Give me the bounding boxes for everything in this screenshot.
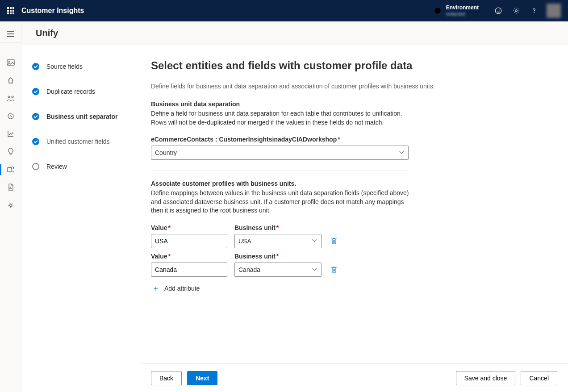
app-launcher-icon[interactable] xyxy=(4,4,18,18)
save-and-close-button[interactable]: Save and close xyxy=(456,371,516,385)
svg-point-4 xyxy=(497,10,497,10)
step-label: Duplicate records xyxy=(46,88,95,95)
svg-point-7 xyxy=(534,13,534,13)
step-source-fields[interactable]: Source fields xyxy=(32,63,129,88)
step-label: Review xyxy=(46,163,67,170)
feedback-icon[interactable] xyxy=(489,0,507,21)
check-icon xyxy=(32,113,39,120)
form-description: Define fields for business unit data sep… xyxy=(151,83,464,90)
nav-home-icon[interactable] xyxy=(0,71,21,89)
divider xyxy=(151,171,409,171)
entity-field-select[interactable]: Country xyxy=(151,146,409,160)
check-icon xyxy=(32,138,39,145)
check-icon xyxy=(32,88,39,95)
svg-point-6 xyxy=(515,10,518,12)
footer-bar: Back Next Save and close Cancel xyxy=(140,363,568,392)
svg-point-5 xyxy=(499,10,500,10)
nav-rail xyxy=(0,21,21,392)
step-label: Source fields xyxy=(46,63,83,70)
environment-picker[interactable]: Environment redacted xyxy=(434,4,479,17)
entity-field-label: eCommerceContacts : CustomerInsightsinad… xyxy=(151,136,550,143)
top-bar: Customer Insights Environment redacted xyxy=(0,0,568,21)
add-attribute-button[interactable]: ＋ Add attribute xyxy=(151,281,550,296)
nav-intelligence-icon[interactable] xyxy=(0,143,21,161)
value-input-2[interactable] xyxy=(151,263,227,277)
bu-select-1[interactable]: USA xyxy=(234,234,322,248)
next-button[interactable]: Next xyxy=(187,371,217,385)
nav-admin-icon[interactable] xyxy=(0,196,21,214)
help-icon[interactable] xyxy=(525,0,543,21)
svg-point-13 xyxy=(8,96,10,98)
page-title: Unify xyxy=(36,28,58,38)
nav-item-1[interactable] xyxy=(0,54,21,71)
chevron-down-icon xyxy=(312,238,317,244)
chevron-down-icon xyxy=(399,150,405,155)
step-duplicate-records[interactable]: Duplicate records xyxy=(32,88,129,113)
section1-title: Business unit data separation xyxy=(151,100,550,108)
section1-text: Define a field for business unit data se… xyxy=(151,109,410,127)
nav-customers-icon[interactable] xyxy=(0,89,21,107)
select-value: USA xyxy=(238,238,251,245)
select-value: Canada xyxy=(238,266,260,273)
nav-data-icon[interactable] xyxy=(0,161,21,179)
back-button[interactable]: Back xyxy=(151,371,182,385)
bu-select-2[interactable]: Canada xyxy=(234,263,322,277)
page-header: Unify xyxy=(21,21,568,45)
circle-icon xyxy=(32,163,39,170)
mapping-row: Value* Business unit* Canada xyxy=(151,253,550,277)
nav-measures-icon[interactable] xyxy=(0,125,21,143)
svg-rect-16 xyxy=(8,167,11,172)
plus-icon: ＋ xyxy=(152,283,160,294)
step-label: Unified customer fields xyxy=(46,138,110,145)
value-label: Value* xyxy=(151,224,227,231)
environment-label: Environment xyxy=(446,4,479,11)
svg-point-1 xyxy=(436,8,439,14)
nav-item-8[interactable] xyxy=(0,179,21,196)
cancel-button[interactable]: Cancel xyxy=(521,371,557,385)
section2-title: Associate customer profiles with busines… xyxy=(151,180,550,187)
wizard-stepper: Source fields Duplicate records Business… xyxy=(21,45,140,392)
delete-row-button[interactable] xyxy=(329,234,339,248)
trash-icon xyxy=(331,266,337,273)
globe-icon xyxy=(434,7,442,15)
value-input-1[interactable] xyxy=(151,234,227,248)
environment-name: redacted xyxy=(446,11,479,17)
form-area: Select entities and fields with customer… xyxy=(140,45,568,392)
nav-item-4[interactable] xyxy=(0,107,21,125)
add-attribute-label: Add attribute xyxy=(164,285,200,292)
step-business-unit-separator[interactable]: Business unit separator xyxy=(32,113,129,138)
bu-label: Business unit* xyxy=(234,253,322,260)
value-label: Value* xyxy=(151,253,227,260)
bu-label: Business unit* xyxy=(234,224,322,231)
form-heading: Select entities and fields with customer… xyxy=(151,59,550,72)
app-title: Customer Insights xyxy=(21,7,84,15)
svg-point-18 xyxy=(9,204,12,207)
delete-row-button[interactable] xyxy=(329,263,339,277)
mapping-row: Value* Business unit* USA xyxy=(151,224,550,248)
chevron-down-icon xyxy=(312,267,317,272)
user-avatar[interactable] xyxy=(547,4,561,18)
step-unified-customer-fields[interactable]: Unified customer fields xyxy=(32,138,129,163)
step-review[interactable]: Review xyxy=(32,163,129,170)
trash-icon xyxy=(331,238,337,245)
svg-point-3 xyxy=(495,8,501,14)
step-label: Business unit separator xyxy=(46,113,118,120)
nav-toggle[interactable] xyxy=(0,25,21,43)
check-icon xyxy=(32,63,39,70)
svg-point-17 xyxy=(11,167,13,169)
svg-point-14 xyxy=(12,96,13,98)
select-value: Country xyxy=(155,149,177,156)
section2-text: Define mappings between values in the bu… xyxy=(151,189,410,215)
settings-icon[interactable] xyxy=(507,0,525,21)
svg-point-12 xyxy=(8,61,9,63)
